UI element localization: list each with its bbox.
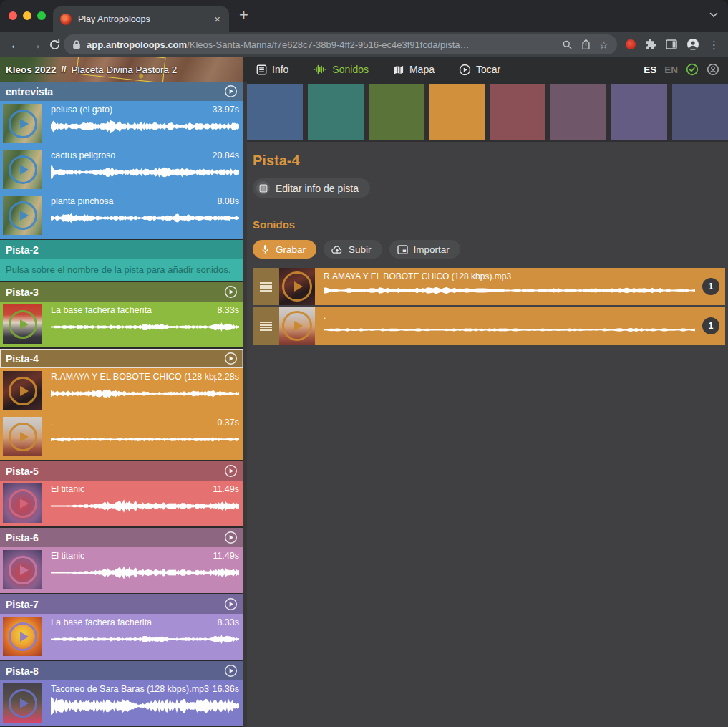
clip-pista-8-1[interactable]: Taconeo de Sara Baras (128 kbps).mp316.3… bbox=[0, 680, 243, 726]
waveform[interactable] bbox=[51, 208, 239, 228]
saved-check-icon[interactable] bbox=[686, 63, 699, 76]
lang-en-button[interactable]: EN bbox=[664, 64, 678, 75]
clip-play-icon[interactable] bbox=[9, 622, 37, 651]
clip-play-icon[interactable] bbox=[9, 556, 37, 584]
track-color-swatch-5[interactable] bbox=[490, 84, 546, 140]
nav-tab-sonidos[interactable]: Sonidos bbox=[313, 64, 369, 75]
track-play-button[interactable] bbox=[224, 464, 238, 478]
sidebar-track-pista-5: Pista-5El titanic11.49s bbox=[0, 461, 243, 526]
macos-zoom-button[interactable] bbox=[37, 11, 46, 20]
waveform[interactable] bbox=[51, 630, 239, 649]
tab-strip: Play Antropoloops × + bbox=[0, 0, 728, 32]
track-color-swatch-6[interactable] bbox=[550, 84, 606, 140]
breadcrumb-project[interactable]: Kleos 2022 bbox=[6, 64, 57, 75]
track-play-button[interactable] bbox=[224, 285, 238, 299]
track-header-pista-4[interactable]: Pista-4 bbox=[0, 349, 243, 368]
track-play-button[interactable] bbox=[224, 531, 238, 544]
track-color-swatch-3[interactable] bbox=[369, 84, 424, 140]
clip-pista-3-1[interactable]: La base fachera facherita8.33s bbox=[0, 302, 243, 347]
waveform[interactable] bbox=[51, 696, 239, 716]
clip-play-icon[interactable] bbox=[9, 110, 37, 138]
macos-close-button[interactable] bbox=[9, 11, 17, 20]
clip-entrevista-2[interactable]: cactus peligroso20.84s bbox=[0, 147, 243, 193]
browser-menu-icon[interactable]: ⋮ bbox=[709, 39, 719, 50]
nav-tab-mapa[interactable]: Mapa bbox=[393, 64, 435, 75]
clip-play-icon[interactable] bbox=[9, 155, 37, 184]
browser-tab[interactable]: Play Antropoloops × bbox=[53, 6, 229, 32]
clip-entrevista-3[interactable]: planta pinchosa8.08s bbox=[0, 193, 243, 239]
track-header-pista-2[interactable]: Pista-2 bbox=[0, 240, 243, 259]
clip-play-icon[interactable] bbox=[282, 311, 312, 341]
track-color-swatch-8[interactable] bbox=[672, 84, 728, 140]
clip-play-icon[interactable] bbox=[9, 310, 37, 339]
track-play-button[interactable] bbox=[224, 85, 238, 98]
edit-track-info-button[interactable]: Editar info de pista bbox=[253, 178, 370, 198]
upload-button[interactable]: Subir bbox=[324, 240, 382, 259]
clip-play-icon[interactable] bbox=[9, 423, 37, 451]
track-color-swatch-4-selected[interactable] bbox=[429, 84, 485, 140]
search-icon[interactable] bbox=[562, 39, 573, 50]
clip-play-icon[interactable] bbox=[282, 271, 312, 302]
breadcrumb-place[interactable]: Placeta Divina Pastora 2 bbox=[72, 64, 178, 75]
lang-es-button[interactable]: ES bbox=[644, 64, 656, 75]
back-button[interactable]: ← bbox=[6, 39, 26, 51]
clip-play-icon[interactable] bbox=[9, 489, 37, 518]
waveform[interactable] bbox=[324, 322, 695, 338]
side-panel-icon[interactable] bbox=[666, 39, 677, 49]
tab-search-chevron-icon[interactable] bbox=[709, 12, 718, 18]
track-color-swatch-2[interactable] bbox=[308, 84, 364, 140]
clip-pista-5-1[interactable]: El titanic11.49s bbox=[0, 481, 243, 526]
waveform[interactable] bbox=[51, 317, 239, 337]
track-play-button[interactable] bbox=[224, 352, 238, 365]
sound-body[interactable]: R.AMAYA Y EL BOBOTE CHICO (128 kbps).mp3… bbox=[315, 268, 725, 305]
waveform[interactable] bbox=[51, 117, 239, 136]
clip-play-icon[interactable] bbox=[9, 201, 37, 230]
sound-body[interactable]: .1 bbox=[315, 307, 725, 345]
drag-handle[interactable] bbox=[253, 307, 279, 345]
breadcrumb[interactable]: Kleos 2022 // Placeta Divina Pastora 2 bbox=[0, 57, 243, 82]
clip-play-icon[interactable] bbox=[9, 377, 37, 405]
url-text[interactable]: app.antropoloops.com/Kleos-Santa-Marina/… bbox=[87, 39, 554, 50]
forward-button[interactable]: → bbox=[26, 39, 46, 51]
clip-pista-4-2[interactable]: .0.37s bbox=[0, 414, 243, 460]
nav-tab-info[interactable]: Info bbox=[256, 64, 288, 75]
new-tab-button[interactable]: + bbox=[239, 6, 248, 24]
nav-tab-tocar[interactable]: Tocar bbox=[459, 64, 500, 76]
macos-minimize-button[interactable] bbox=[23, 11, 31, 20]
record-button[interactable]: Grabar bbox=[253, 240, 316, 259]
clip-entrevista-1[interactable]: pelusa (el gato)33.97s bbox=[0, 101, 243, 147]
waveform[interactable] bbox=[51, 163, 239, 182]
drag-handle[interactable] bbox=[253, 268, 279, 305]
share-icon[interactable] bbox=[581, 39, 591, 50]
track-header-entrevista[interactable]: entrevista bbox=[0, 82, 243, 101]
reload-button[interactable] bbox=[49, 39, 61, 51]
track-header-pista-8[interactable]: Pista-8 bbox=[0, 661, 243, 680]
address-bar[interactable]: app.antropoloops.com/Kleos-Santa-Marina/… bbox=[64, 34, 617, 54]
waveform[interactable] bbox=[324, 282, 695, 299]
tab-close-icon[interactable]: × bbox=[213, 14, 222, 24]
recording-indicator-icon[interactable] bbox=[626, 39, 636, 49]
import-button[interactable]: Importar bbox=[389, 240, 460, 259]
waveform[interactable] bbox=[51, 563, 239, 582]
profile-avatar[interactable] bbox=[686, 38, 699, 51]
track-header-pista-5[interactable]: Pista-5 bbox=[0, 461, 243, 481]
track-header-pista-3[interactable]: Pista-3 bbox=[0, 282, 243, 302]
track-color-swatch-1[interactable] bbox=[247, 84, 303, 140]
bookmark-star-icon[interactable]: ☆ bbox=[599, 39, 608, 50]
track-play-button[interactable] bbox=[224, 597, 238, 611]
track-play-button[interactable] bbox=[224, 664, 238, 678]
account-icon[interactable] bbox=[707, 63, 719, 76]
clip-pista-6-1[interactable]: El titanic11.49s bbox=[0, 547, 243, 593]
waveform[interactable] bbox=[51, 384, 239, 403]
track-header-pista-6[interactable]: Pista-6 bbox=[0, 528, 243, 547]
waveform[interactable] bbox=[51, 430, 239, 449]
sounds-section-title: Sonidos bbox=[253, 218, 725, 231]
track-color-swatch-7[interactable] bbox=[611, 84, 667, 140]
clip-pista-4-1[interactable]: R.AMAYA Y EL BOBOTE CHICO (128 kbps)....… bbox=[0, 368, 243, 414]
track-header-pista-7[interactable]: Pista-7 bbox=[0, 594, 243, 614]
clip-play-icon[interactable] bbox=[9, 689, 37, 718]
waveform[interactable] bbox=[51, 496, 239, 516]
clip-pista-7-1[interactable]: La base fachera facherita8.33s bbox=[0, 614, 243, 660]
upload-label: Subir bbox=[349, 244, 372, 255]
extensions-puzzle-icon[interactable] bbox=[645, 39, 656, 50]
